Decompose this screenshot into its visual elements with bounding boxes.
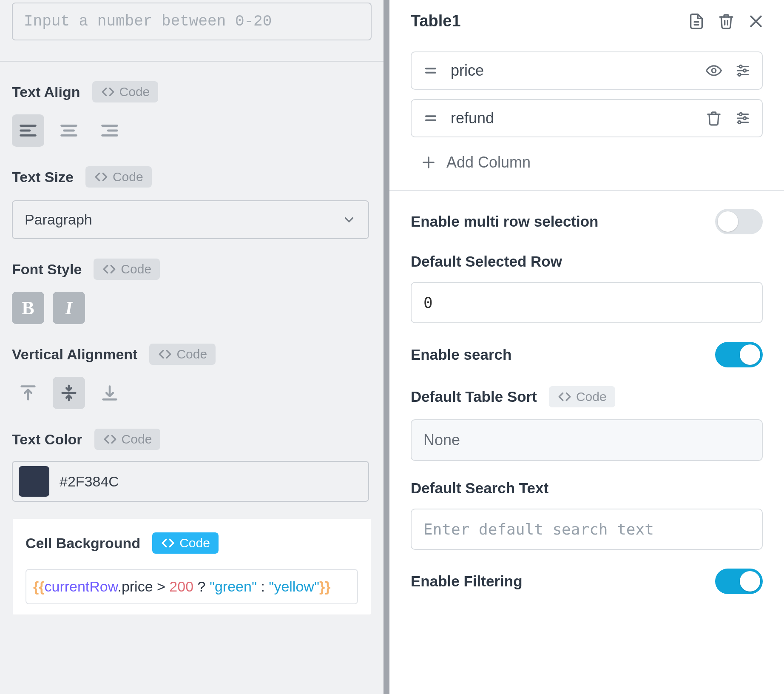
align-center-button[interactable] [53,114,85,147]
vertical-alignment-label: Vertical Alignment [12,346,137,363]
enable-multi-row-setting: Enable multi row selection [411,209,763,234]
default-search-text-setting: Default Search Text [411,480,763,497]
add-column-label: Add Column [446,154,531,171]
color-swatch[interactable] [19,466,49,497]
svg-point-36 [738,121,741,123]
italic-icon: I [65,297,72,319]
code-icon [161,536,175,550]
setting-label: Default Selected Row [411,253,562,270]
text-color-label: Text Color [12,431,82,448]
align-center-icon [59,121,79,140]
setting-label: Default Search Text [411,480,548,497]
valign-top-button[interactable] [12,377,44,409]
setting-label: Enable search [411,346,511,363]
align-left-icon [18,121,38,140]
text-color-row: Text Color Code [12,429,372,450]
svg-point-34 [739,113,742,115]
font-style-row: Font Style Code [12,259,372,280]
font-style-label: Font Style [12,261,82,278]
default-selected-row-input[interactable]: 0 [411,282,763,323]
add-column-button[interactable]: Add Column [411,137,763,190]
code-icon [101,85,115,99]
code-icon [557,390,572,404]
text-color-input[interactable]: #2F384C [12,461,369,502]
code-icon [102,262,116,276]
setting-label: Enable Filtering [411,573,523,590]
align-right-button[interactable] [94,114,126,147]
section-divider [0,61,383,62]
code-icon [103,432,117,447]
vertical-alignment-row: Vertical Alignment Code [12,344,372,365]
text-size-code-toggle[interactable]: Code [85,166,152,188]
inspector-title: Table1 [411,12,461,30]
bold-icon: B [22,297,34,319]
enable-filtering-setting: Enable Filtering [411,569,763,594]
default-sort-code-toggle[interactable]: Code [549,386,615,407]
vertical-alignment-code-toggle[interactable]: Code [149,344,216,365]
enable-search-setting: Enable search [411,342,763,367]
cell-background-section: Cell Background Code {{currentRow.price … [13,519,371,614]
column-chip-refund[interactable]: refund [411,99,763,137]
trash-icon[interactable] [706,110,722,126]
sliders-icon[interactable] [735,110,751,126]
font-style-code-toggle[interactable]: Code [94,259,160,280]
text-size-row: Text Size Code [12,166,372,188]
text-color-code-toggle[interactable]: Code [94,429,161,450]
svg-point-26 [739,65,742,68]
bold-button[interactable]: B [12,292,44,324]
inspector-header: Table1 [389,0,784,42]
code-icon [158,347,172,361]
align-right-icon [100,121,119,140]
valign-bottom-button[interactable] [94,377,126,409]
italic-button[interactable]: I [53,292,85,324]
text-size-label: Text Size [12,169,74,185]
cell-background-code-toggle[interactable]: Code [152,532,219,554]
text-size-value: Paragraph [25,211,92,228]
right-inspector-panel: Table1 price refund Add Col [389,0,784,694]
eye-icon[interactable] [706,63,722,79]
svg-point-27 [744,69,746,72]
valign-top-icon [18,383,38,403]
enable-search-toggle[interactable] [715,342,763,367]
section-divider [389,190,784,191]
plus-icon [421,155,436,170]
svg-point-35 [744,117,746,119]
align-left-button[interactable] [12,114,44,147]
multi-row-toggle[interactable] [715,209,763,234]
default-table-sort-input[interactable]: None [411,419,763,461]
cell-background-expression-input[interactable]: {{currentRow.price > 200 ? "green" : "ye… [26,569,358,604]
close-icon[interactable] [747,13,764,30]
setting-label: Default Table Sort [411,388,537,405]
code-icon [94,170,108,184]
svg-point-22 [712,68,716,73]
chevron-down-icon [342,213,356,227]
enable-filtering-toggle[interactable] [715,569,763,594]
number-range-input[interactable]: Input a number between 0-20 [12,3,372,40]
default-selected-row-setting: Default Selected Row [411,253,763,270]
left-properties-panel: Input a number between 0-20 Text Align C… [0,0,389,694]
sliders-icon[interactable] [735,63,751,79]
valign-middle-icon [59,383,79,403]
color-hex-value: #2F384C [60,473,119,490]
default-table-sort-setting: Default Table Sort Code [411,386,763,407]
text-align-row: Text Align Code [12,81,372,102]
valign-middle-button[interactable] [53,377,85,409]
text-align-label: Text Align [12,84,80,100]
setting-label: Enable multi row selection [411,213,598,230]
valign-bottom-icon [100,383,119,403]
trash-icon[interactable] [718,13,735,30]
text-align-code-toggle[interactable]: Code [92,81,159,102]
cell-background-label: Cell Background [26,535,140,552]
drag-handle-icon [423,63,439,79]
text-size-select[interactable]: Paragraph [12,200,369,239]
document-icon[interactable] [688,13,705,30]
default-search-text-input[interactable]: Enter default search text [411,509,763,550]
column-chip-price[interactable]: price [411,51,763,90]
svg-point-28 [738,73,741,76]
column-name: refund [451,109,494,127]
drag-handle-icon [423,110,439,126]
column-name: price [451,62,484,80]
